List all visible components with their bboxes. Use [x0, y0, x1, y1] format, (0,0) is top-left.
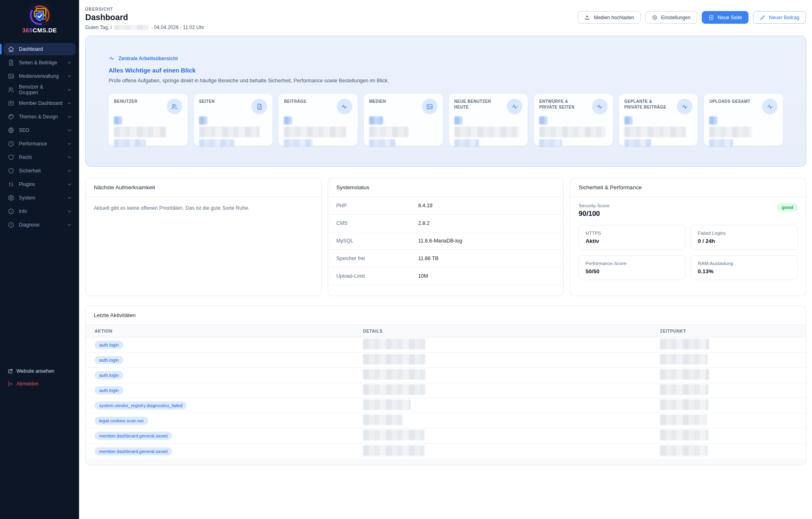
attention-panel: Nächste Aufmerksamkeit Aktuell gibt es k… [85, 178, 322, 296]
redacted-value [454, 116, 519, 147]
redacted-timestamp [660, 399, 708, 410]
chevron-down-icon [68, 210, 71, 213]
users-icon [167, 99, 182, 114]
sidebar-item-medienverwaltung[interactable]: Medienverwaltung [4, 70, 75, 82]
activity-row: auth.login [86, 353, 806, 368]
page-header: ÜBERSICHT Dashboard Guten Tag, i· 04.04.… [85, 0, 806, 30]
redacted-timestamp [660, 339, 709, 349]
settings-button[interactable]: Einstellungen [645, 11, 697, 24]
action-badge: member.dashboard.general.saved [95, 432, 172, 440]
home-icon [8, 46, 14, 52]
security-panel-body: Security-Score 90/100 good HTTPS Aktiv F… [570, 197, 806, 288]
redacted-details [363, 399, 411, 410]
sidebar-item-benutzer-gruppen[interactable]: Benutzer & Gruppen [4, 84, 75, 96]
redacted-value [624, 116, 686, 147]
metric-performance-score: Performance-Score 50/50 [578, 255, 685, 280]
security-performance-panel: Sicherheit & Performance Security-Score … [570, 178, 806, 296]
sidebar-footer: Website ansehen Abmelden [0, 368, 79, 387]
upload-media-button[interactable]: Medien hochladen [578, 11, 640, 24]
stat-card-uploads-gesamt[interactable]: UPLOADS GESAMT [704, 94, 783, 146]
upload-icon [584, 15, 590, 20]
chevron-down-icon [68, 183, 71, 186]
stat-card-neue-benutzer-heute[interactable]: NEUE BENUTZER HEUTE [449, 94, 528, 146]
users-icon [8, 86, 14, 93]
brand-name: 365CMS.DE [22, 27, 57, 34]
image-icon [8, 73, 14, 79]
stat-card-row: BENUTZER SEITEN BEITRÄGE MEDIEN [109, 94, 783, 146]
sidebar-item-plugins[interactable]: Plugins [4, 178, 75, 190]
redacted-username [114, 25, 149, 30]
activity-row: member.dashboard.general.saved [86, 444, 806, 459]
file-text-icon [8, 59, 14, 66]
stat-card-benutzer[interactable]: BENUTZER [109, 94, 188, 146]
activity-icon [337, 99, 352, 114]
sidebar-item-member-dashboard[interactable]: Member Dashboard [4, 97, 75, 109]
redacted-value [114, 116, 166, 147]
sidebar-item-seiten-beitraege[interactable]: Seiten & Beiträge [4, 57, 75, 69]
chevron-down-icon [68, 61, 71, 64]
system-row-php: PHP 8.4.19 [328, 197, 564, 215]
redacted-timestamp [660, 415, 707, 425]
redacted-details [363, 445, 424, 456]
chevron-down-icon [68, 170, 71, 172]
system-row-speicher: Speicher frei 11.86 TB [328, 250, 564, 267]
sidebar-item-info[interactable]: Info [4, 205, 75, 218]
sidebar-item-themes-design[interactable]: Themes & Design [4, 111, 75, 123]
activity-icon [592, 99, 608, 114]
chevron-down-icon [68, 143, 71, 145]
activity-row: member.dashboard.general.saved [86, 428, 806, 444]
sidebar-item-dashboard[interactable]: Dashboard [4, 43, 75, 55]
sidebar-item-sicherheit[interactable]: Sicherheit [4, 165, 75, 177]
brand-block: 365CMS.DE [0, 0, 79, 39]
new-post-button[interactable]: Neuer Beitrag [753, 11, 806, 24]
stat-card-seiten[interactable]: SEITEN [194, 94, 273, 146]
system-panel-footer [328, 285, 564, 296]
view-website-link[interactable]: Website ansehen [7, 368, 72, 374]
redacted-timestamp [660, 430, 708, 440]
activity-row: legal.cookies.scan.run [86, 413, 806, 428]
chevron-down-icon [68, 197, 71, 199]
attention-empty-message: Aktuell gibt es keine offenen Prioritäte… [86, 197, 321, 291]
activities-title: Letzte Aktivitäten [86, 306, 806, 325]
gear-icon [652, 15, 658, 20]
sidebar-item-diagnose[interactable]: Diagnose [4, 219, 75, 231]
system-status-title: Systemstatus [328, 178, 564, 197]
action-badge: legal.cookies.scan.run [95, 417, 148, 425]
action-badge: member.dashboard.general.saved [95, 447, 172, 456]
header-actions: Medien hochladen Einstellungen Neue Seit… [578, 11, 806, 24]
stat-card-beitraege[interactable]: BEITRÄGE [279, 94, 358, 146]
gear-icon [8, 195, 14, 201]
activities-footer [86, 459, 806, 465]
stat-card-geplante-private-beitraege[interactable]: GEPLANTE & PRIVATE BEITRÄGE [619, 94, 698, 146]
sidebar-item-recht[interactable]: Recht [4, 151, 75, 163]
action-badge: auth.login [95, 341, 123, 349]
system-row-upload-limit: Upload-Limit 10M [328, 267, 564, 285]
logout-link[interactable]: Abmelden [7, 381, 72, 387]
redacted-value [369, 116, 408, 147]
overview-hero: Zentrale Arbeitsübersicht Alles Wichtige… [85, 36, 806, 167]
globe-icon [8, 127, 14, 134]
activity-row: auth.login [86, 383, 806, 398]
activity-icon [109, 55, 115, 61]
chevron-down-icon [68, 116, 71, 118]
logout-icon [7, 381, 13, 387]
chevron-down-icon [68, 156, 71, 159]
sidebar-nav: Dashboard Seiten & Beiträge Medienverwal… [0, 39, 79, 232]
redacted-timestamp [660, 384, 708, 395]
sidebar-item-performance[interactable]: Performance [4, 138, 75, 150]
sidebar-item-system[interactable]: System [4, 192, 75, 204]
brand-logo-icon [29, 4, 51, 26]
stat-card-entwuerfe-private-seiten[interactable]: ENTWÜRFE & PRIVATE SEITEN [534, 94, 613, 146]
redacted-value [539, 116, 606, 147]
column-zeitpunkt: ZEITPUNKT [660, 329, 797, 333]
new-page-button[interactable]: Neue Seite [702, 11, 748, 24]
chevron-down-icon [68, 75, 71, 77]
stat-card-medien[interactable]: MEDIEN [364, 94, 443, 146]
sidebar-item-seo[interactable]: SEO [4, 124, 75, 136]
security-metric-grid: HTTPS Aktiv Failed Logins 0 / 24h Perfor… [578, 225, 798, 280]
redacted-details [363, 369, 425, 380]
sliders-icon [8, 181, 14, 188]
redacted-details [363, 339, 425, 349]
column-aktion: AKTION [95, 329, 363, 333]
security-score-value: 90/100 [578, 210, 609, 218]
